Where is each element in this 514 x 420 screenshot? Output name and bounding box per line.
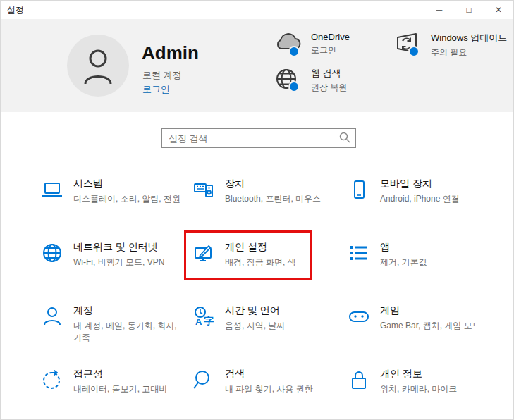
category-subtitle: Game Bar, 캡처, 게임 모드 [380,320,481,332]
apps-list-icon [348,242,369,264]
signin-link[interactable]: 로그인 [142,83,170,96]
category-subtitle: 위치, 카메라, 마이크 [380,383,457,395]
search-box [161,128,356,148]
category-title: 시스템 [73,178,180,190]
settings-window: { "window": { "title": "설정", "minimize_l… [0,0,514,420]
windows-update-icon [394,32,421,56]
onedrive-status-dot [288,46,300,57]
category-title: 장치 [225,178,321,190]
category-apps[interactable]: 앱 제거, 기본값 [348,235,500,299]
category-title: 앱 [380,241,427,254]
network-globe-icon [42,242,63,264]
status-subtitle: 주의 필요 [431,47,507,58]
web-search-status-dot [288,81,300,92]
personalization-icon [193,242,214,264]
category-personalization[interactable]: 개인 설정 배경, 잠금 화면, 색 [193,235,348,299]
category-title: 검색 [225,368,313,381]
search-input[interactable] [161,128,356,148]
svg-text:字: 字 [204,315,214,326]
status-windows-update[interactable]: Windows 업데이트 주의 필요 [394,32,507,58]
category-subtitle: 배경, 잠금 화면, 색 [225,257,296,268]
status-subtitle: 권장 복원 [311,82,347,94]
category-subtitle: Bluetooth, 프린터, 마우스 [225,193,321,205]
category-search[interactable]: 검색 내 파일 찾기, 사용 권한 [193,362,348,420]
user-icon [80,46,116,85]
category-subtitle: 내 계정, 메일, 동기화, 회사, 가족 [73,320,186,344]
category-system[interactable]: 시스템 디스플레이, 소리, 알림, 전원 [42,172,193,235]
category-subtitle: 내레이터, 돋보기, 고대비 [73,383,167,395]
accessibility-icon [42,369,63,390]
search-magnifier-icon [193,369,214,390]
status-onedrive[interactable]: OneDrive 로그인 [274,32,350,56]
category-accounts[interactable]: 계정 내 계정, 메일, 동기화, 회사, 가족 [42,299,193,362]
category-subtitle: 내 파일 찾기, 사용 권한 [225,383,313,395]
category-title: 게임 [380,304,481,317]
minimize-button[interactable]: ─ [424,1,454,19]
header: Admin 로컬 계정 로그인 OneDrive 로그인 웹 검색 권장 복원 [1,19,513,112]
mobile-phone-icon [348,179,369,200]
settings-grid: 시스템 디스플레이, 소리, 알림, 전원 장치 Bluetooth, 프린터,… [42,172,500,420]
status-title: Windows 업데이트 [431,32,507,44]
category-mobile-devices[interactable]: 모바일 장치 Android, iPhone 연결 [348,172,500,235]
windows-update-status-dot [408,46,420,57]
category-title: 모바일 장치 [380,178,460,190]
status-title: 웹 검색 [311,67,347,80]
titlebar: 설정 ─ □ ✕ [1,1,513,19]
window-title: 설정 [7,4,24,16]
maximize-button[interactable]: □ [454,1,484,19]
user-account-type: 로컬 계정 [142,69,182,82]
web-search-globe-icon [274,67,301,91]
category-subtitle: 음성, 지역, 날짜 [225,320,285,332]
category-subtitle: 디스플레이, 소리, 알림, 전원 [73,193,180,205]
privacy-lock-icon [348,369,369,390]
category-title: 네트워크 및 인터넷 [73,241,164,254]
category-title: 시간 및 언어 [225,304,285,317]
status-web-search[interactable]: 웹 검색 권장 복원 [274,67,347,94]
user-name: Admin [142,42,199,64]
status-subtitle: 로그인 [311,44,350,56]
devices-icon [193,179,214,200]
category-title: 계정 [73,304,186,317]
accounts-person-icon [42,306,63,327]
category-title: 개인 정보 [380,368,457,381]
status-title: OneDrive [311,32,350,42]
close-button[interactable]: ✕ [484,1,513,19]
gaming-controller-icon [348,306,369,327]
avatar [67,35,129,97]
category-subtitle: Wi-Fi, 비행기 모드, VPN [73,257,164,268]
category-title: 개인 설정 [225,241,296,254]
category-subtitle: 제거, 기본값 [380,257,427,268]
category-network[interactable]: 네트워크 및 인터넷 Wi-Fi, 비행기 모드, VPN [42,235,193,299]
onedrive-cloud-icon [274,32,301,56]
category-time-language[interactable]: A 字 시간 및 언어 음성, 지역, 날짜 [193,299,348,362]
system-laptop-icon [42,179,63,200]
time-language-icon: A 字 [193,306,214,327]
svg-text:A: A [195,316,202,327]
category-devices[interactable]: 장치 Bluetooth, 프린터, 마우스 [193,172,348,235]
category-privacy[interactable]: 개인 정보 위치, 카메라, 마이크 [348,362,500,420]
category-gaming[interactable]: 게임 Game Bar, 캡처, 게임 모드 [348,299,500,362]
category-accessibility[interactable]: 접근성 내레이터, 돋보기, 고대비 [42,362,193,420]
category-subtitle: Android, iPhone 연결 [380,193,460,205]
category-title: 접근성 [73,368,167,381]
